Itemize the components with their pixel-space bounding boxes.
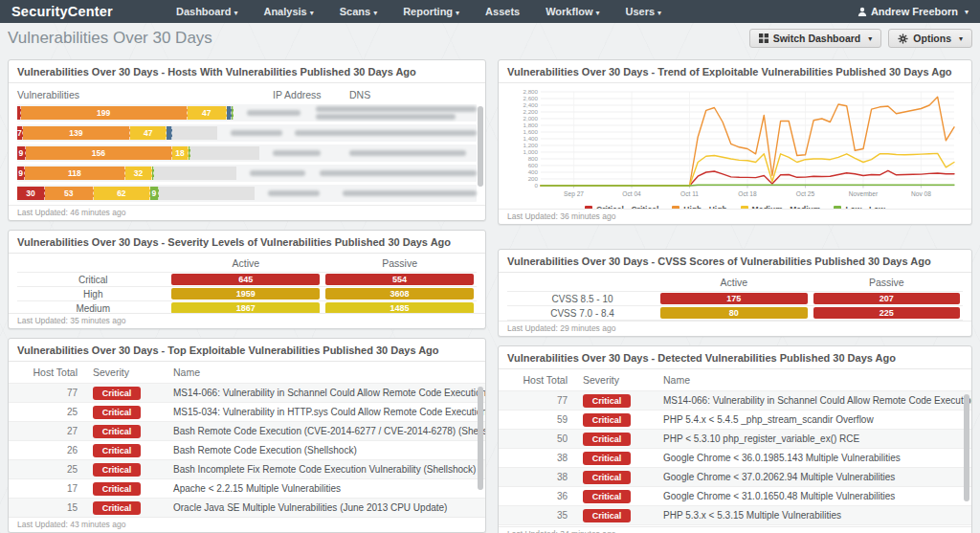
bar-segment-high[interactable]: 199: [21, 106, 188, 120]
bar-segment-low[interactable]: 9: [150, 187, 159, 200]
matrix-cell-passive[interactable]: 1485: [323, 301, 477, 313]
vulnerability-name: Bash Incomplete Fix Remote Code Executio…: [169, 464, 485, 475]
matrix-cell-active[interactable]: 1867: [168, 301, 323, 313]
bar-segment-high[interactable]: 118: [25, 167, 125, 180]
nav-item-scans[interactable]: Scans▾: [340, 6, 377, 17]
matrix-row-label: CVSS 7.0 - 8.4: [507, 308, 657, 319]
table-row[interactable]: 77CriticalMS14-066: Vulnerability in Sch…: [9, 383, 485, 402]
bar-segment-value: 62: [117, 189, 125, 198]
table-row[interactable]: 25CriticalMS15-034: Vulnerability in HTT…: [9, 402, 485, 421]
svg-text:Oct 18: Oct 18: [738, 190, 757, 197]
matrix-row-label: High: [17, 289, 168, 300]
vulnerability-name: Google Chrome < 31.0.1650.48 Multiple Vu…: [659, 491, 971, 501]
nav-item-label: Scans: [340, 6, 370, 17]
nav-item-workflow[interactable]: Workflow▾: [546, 6, 599, 17]
scrollbar[interactable]: [478, 106, 483, 187]
nav-item-dashboard[interactable]: Dashboard▾: [176, 6, 237, 17]
bar-segment-critical[interactable]: 9: [17, 167, 25, 180]
user-menu[interactable]: Andrew Freeborn ▾: [858, 6, 969, 17]
table-row[interactable]: 26CriticalBash Remote Code Execution (Sh…: [9, 440, 485, 459]
column-headers: Host Total Severity Name: [9, 362, 485, 383]
bar-segment-medium[interactable]: 32: [125, 167, 152, 180]
host-row[interactable]: 19947: [17, 104, 477, 122]
bar-segment-medium[interactable]: 47: [188, 106, 227, 120]
bar-segment-critical[interactable]: 9: [17, 146, 26, 160]
matrix-col-header-passive: Passive: [811, 273, 963, 291]
table-row[interactable]: 38CriticalGoogle Chrome < 36.0.1985.143 …: [499, 448, 971, 467]
matrix-cell-passive[interactable]: 3608: [323, 287, 477, 300]
matrix-cell-active[interactable]: 175: [657, 292, 810, 305]
vulnerability-name: MS15-034: Vulnerability in HTTP.sys Coul…: [169, 407, 485, 417]
host-total-value: 38: [512, 453, 568, 463]
table-row[interactable]: 25CriticalBash Incomplete Fix Remote Cod…: [9, 459, 485, 478]
bar-segment-value: 156: [92, 148, 105, 158]
matrix-cell-active[interactable]: 645: [168, 273, 323, 286]
bar-segment-medium[interactable]: 18: [172, 146, 189, 160]
legend-swatch: [741, 206, 748, 209]
last-updated: Last Updated: 36 minutes ago: [499, 209, 971, 224]
table-row[interactable]: 27CriticalBash Remote Code Execution (CV…: [9, 421, 485, 440]
brand-logo[interactable]: SecurityCenter: [11, 4, 113, 19]
bar-segment-medium[interactable]: 62: [94, 187, 150, 200]
chevron-down-icon: ▾: [959, 34, 963, 43]
table-row[interactable]: 36CriticalGoogle Chrome < 31.0.1650.48 M…: [499, 486, 971, 505]
switch-dashboard-button[interactable]: Switch Dashboard ▾: [749, 29, 882, 48]
svg-text:200: 200: [528, 175, 539, 182]
matrix-cell-passive[interactable]: 225: [811, 306, 963, 320]
trend-line-chart-svg: 02004006008001,0001,2001,4001,6001,8002,…: [502, 87, 968, 200]
options-button[interactable]: Options ▾: [888, 29, 972, 48]
legend-label: High - High: [683, 205, 726, 209]
matrix-cell-passive[interactable]: 207: [811, 292, 963, 305]
severity-badge: Critical: [583, 413, 631, 427]
table-row[interactable]: 38CriticalGoogle Chrome < 37.0.2062.94 M…: [499, 467, 971, 486]
matrix-header-row: ActivePassive: [507, 273, 963, 291]
bar-segment-value: 47: [202, 108, 211, 118]
nav-item-reporting[interactable]: Reporting▾: [403, 6, 459, 17]
scrollbar[interactable]: [478, 387, 483, 490]
table-row[interactable]: 59CriticalPHP 5.4.x < 5.4.5 _php_stream_…: [499, 410, 971, 429]
matrix-cell-active[interactable]: 1959: [168, 287, 323, 300]
bar-segment-medium[interactable]: 47: [130, 126, 167, 140]
bar-segment-value: 9: [18, 168, 23, 178]
scrollbar[interactable]: [964, 394, 969, 501]
host-total-value: 77: [512, 395, 568, 406]
severity-badge: Critical: [93, 482, 141, 496]
nav-item-assets[interactable]: Assets: [485, 6, 520, 17]
svg-text:2,200: 2,200: [523, 108, 539, 115]
legend-item-medium-medium[interactable]: Medium - Medium: [741, 205, 821, 209]
host-row[interactable]: 915618: [17, 144, 477, 162]
nav-item-label: Dashboard: [176, 6, 231, 17]
host-row[interactable]: 3053629: [17, 185, 477, 202]
table-row[interactable]: 35CriticalPHP 5.3.x < 5.3.15 Multiple Vu…: [499, 505, 971, 524]
legend-item-critical-critical[interactable]: Critical - Critical: [585, 205, 658, 209]
bar-segment-high[interactable]: 156: [26, 146, 172, 160]
panel-trend-exploitable: Vulnerabilities Over 30 Days - Trend of …: [498, 59, 972, 225]
svg-text:2,000: 2,000: [523, 115, 539, 122]
nav-item-analysis[interactable]: Analysis▾: [263, 6, 313, 17]
bar-segment-high[interactable]: 53: [45, 187, 94, 200]
table-row[interactable]: 50CriticalPHP < 5.3.10 php_register_vari…: [499, 429, 971, 448]
table-row[interactable]: 77CriticalMS14-066: Vulnerability in Sch…: [499, 390, 971, 410]
severity-badge: Critical: [583, 452, 631, 465]
bar-segment-high[interactable]: 139: [23, 126, 131, 140]
host-row[interactable]: 911832: [17, 165, 477, 182]
table-row[interactable]: Critical: [499, 524, 971, 526]
severity-cell: Critical: [78, 444, 169, 457]
dns-redacted: [314, 170, 477, 176]
legend-item-high-high[interactable]: High - High: [672, 205, 726, 209]
bar-remainder: [172, 126, 217, 140]
dns-redacted: [310, 106, 477, 120]
redacted-text: [320, 170, 477, 176]
panel-title: Vulnerabilities Over 30 Days - Top Explo…: [9, 339, 485, 362]
table-row[interactable]: 17CriticalApache < 2.2.15 Multiple Vulne…: [9, 478, 485, 498]
matrix-cell-active[interactable]: 80: [657, 306, 810, 320]
ip-address-redacted: [217, 130, 289, 136]
matrix-cell-passive[interactable]: 554: [323, 273, 477, 286]
panel-cvss-scores: Vulnerabilities Over 30 Days - CVSS Scor…: [498, 249, 972, 337]
legend-item-low-low[interactable]: Low - Low: [834, 205, 885, 209]
table-row[interactable]: 15CriticalOracle Java SE Multiple Vulner…: [9, 498, 485, 517]
nav-item-users[interactable]: Users▾: [626, 6, 662, 17]
host-row[interactable]: 713947: [17, 124, 477, 142]
bar-segment-critical[interactable]: 30: [17, 187, 45, 200]
bar-segment-value: 30: [26, 189, 34, 198]
